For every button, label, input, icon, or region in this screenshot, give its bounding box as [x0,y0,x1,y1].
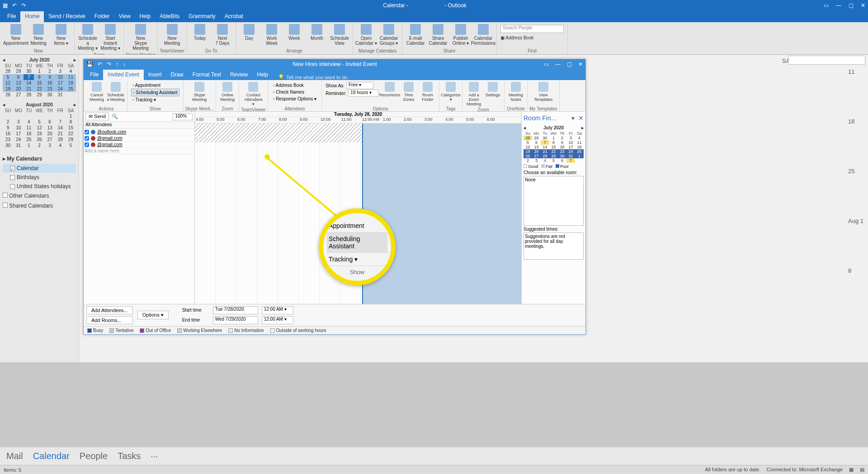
month-icon[interactable]: Month [306,23,328,42]
today-icon[interactable]: Today [189,23,211,42]
next-month-icon[interactable]: ▸ [74,102,76,107]
event-tab-insert[interactable]: Insert [144,70,166,80]
calendar-icon[interactable]: NewAppointment [5,23,27,47]
end-time-input[interactable]: 12:00 AM ▾ [262,316,293,324]
room-finder-calendar[interactable]: ◂July 2020▸SuMoTuWeThFrSa282930123456789… [524,124,584,163]
options-button[interactable]: Options ▾ [137,311,169,319]
close-pane-icon[interactable]: ✕ [578,114,584,122]
nav-people[interactable]: People [80,451,108,461]
address-book-button[interactable]: ▫ Address Book [272,82,318,89]
appointment-button[interactable]: ▫ Appointment [131,82,179,89]
zoom-icon-button[interactable]: OnlineMeeting [218,81,237,103]
zoom-icon[interactable]: Start InstantMeeting ▾ [99,23,122,52]
calendar-icon[interactable]: Schedule aMeeting ▾ [76,23,99,52]
select-reminder[interactable]: 18 hours ▾ [348,90,378,97]
open-icon[interactable]: OpenCalendar ▾ [355,23,377,47]
minimize-icon[interactable]: — [555,61,561,67]
add-name-field[interactable]: Add a name here [85,148,119,153]
nav-tasks[interactable]: Tasks [118,451,141,461]
tab-view[interactable]: View [114,11,135,22]
delete-icon-button[interactable]: CancelMeeting [87,81,106,103]
undo-icon[interactable]: ↶ [98,61,102,67]
categorize-icon-button[interactable]: Categorize▾ [441,81,460,103]
attendee-row[interactable]: @gmail.com [84,142,194,148]
teamviewer-icon[interactable]: NewMeeting [161,23,184,47]
save-icon[interactable]: 💾 [86,61,93,67]
teamviewer-icon-button[interactable]: ContactAttendees ▾ [244,81,263,107]
gear-icon-button[interactable]: Settings [483,81,502,98]
add-attendees-button[interactable]: Add Attendees... [86,306,133,314]
group-shared-calendars[interactable]: Shared Calendars [3,201,76,211]
ribbon-options-icon[interactable]: ▭ [544,61,549,67]
calendar-people-icon[interactable]: NewMeeting [27,23,50,47]
tell-me-search[interactable]: 💡 Tell me what you want to do [278,74,348,80]
redo-icon[interactable]: ↷ [107,61,111,67]
tab-folder[interactable]: Folder [90,11,114,22]
zoom-select[interactable]: 100% [173,113,193,120]
scheduling-assistant-button[interactable]: ▫ Scheduling Assistant [131,89,179,96]
calendar-item-united-states-holidays[interactable]: United States holidays [3,182,76,191]
tab-acrobat[interactable]: Acrobat [220,11,248,22]
week-icon[interactable]: Week [283,23,306,42]
view-normal-icon[interactable]: ▦ [849,467,854,473]
next-month-icon[interactable]: ▸ [74,57,76,62]
recur-icon-button[interactable]: Recurrence [380,81,399,98]
tab-file[interactable]: File [3,11,20,22]
calendar-item-calendar[interactable]: Calendar [3,164,76,173]
onenote-icon-button[interactable]: MeetingNotes [506,81,525,103]
attendee-row[interactable]: @gmail.com [84,135,194,142]
meeting-block[interactable] [362,123,521,304]
add-rooms-button[interactable]: Add Rooms... [86,316,133,324]
tz-icon-button[interactable]: TimeZones [399,81,418,103]
event-tab-help[interactable]: Help [252,70,273,80]
calendar-item-birthdays[interactable]: Birthdays [3,173,76,182]
tracking--button[interactable]: ▫ Tracking ▾ [131,96,179,103]
items-icon[interactable]: NewItems ▾ [50,23,72,47]
maximize-icon[interactable]: ▢ [567,61,572,67]
tab-send-receive[interactable]: Send / Receive [44,11,90,22]
up-icon[interactable]: ↑ [116,61,118,67]
maximize-icon[interactable]: ▢ [849,2,854,9]
start-time-input[interactable]: 12:00 AM ▾ [262,306,293,314]
zoom-icon-button[interactable]: Add a ZoomMeeting [464,81,483,107]
ribbon-options-icon[interactable]: ▭ [824,2,829,9]
groups-icon[interactable]: CalendarGroups ▾ [377,23,400,47]
nav-mail[interactable]: Mail [6,451,23,461]
undo-icon[interactable]: ↶ [12,2,17,9]
week-icon[interactable]: Next7 Days [211,23,234,47]
minimize-icon[interactable]: — [836,2,841,9]
prev-month-icon[interactable]: ◂ [3,102,5,107]
nav-calendar[interactable]: Calendar [33,451,70,461]
skype-icon[interactable]: New SkypeMeeting [129,23,152,52]
event-tab-review[interactable]: Review [226,70,252,80]
zoom-out-icon[interactable]: 🔍 [112,114,118,119]
search-people-input[interactable]: Search People [500,25,564,33]
nav-···[interactable]: ··· [151,451,158,461]
close-icon[interactable]: ✕ [578,61,583,67]
tab-ablebits[interactable]: AbleBits [155,11,184,22]
event-tab-format-text[interactable]: Format Text [188,70,226,80]
group-other-calendars[interactable]: Other Calendars [3,191,76,201]
redo-icon[interactable]: ↷ [21,2,26,9]
tab-grammarly[interactable]: Grammarly [184,11,220,22]
view-reading-icon[interactable]: ▤ [860,467,864,473]
end-date-input[interactable]: Wed 7/29/2020 [213,316,258,324]
start-date-input[interactable]: Tue 7/28/2020 [213,306,258,314]
send-button[interactable]: ✉ Send [85,113,109,120]
next-month-icon[interactable]: ▸ [581,125,584,130]
mail-icon[interactable]: E-mailCalendar [404,23,427,47]
mini-calendar-august[interactable]: ◂August 2020▸SUMOTUWETHFRSA1234567891011… [3,101,76,148]
event-tab-file[interactable]: File [85,70,103,80]
roomfinder-icon-button[interactable]: RoomFinder [418,81,437,103]
event-tab-draw[interactable]: Draw [166,70,188,80]
skype-icon-button[interactable]: SkypeMeeting [190,81,209,103]
calendar-search[interactable] [788,56,865,65]
room-list[interactable]: None [524,176,584,226]
dropdown-icon[interactable]: ▾ [571,114,575,122]
prev-month-icon[interactable]: ◂ [3,57,5,62]
tab-help[interactable]: Help [135,11,156,22]
prev-month-icon[interactable]: ◂ [524,125,526,130]
address-book-button[interactable]: ▣ Address Book [500,34,564,41]
close-icon[interactable]: ✕ [861,2,865,9]
workweek-icon[interactable]: WorkWeek [260,23,283,47]
